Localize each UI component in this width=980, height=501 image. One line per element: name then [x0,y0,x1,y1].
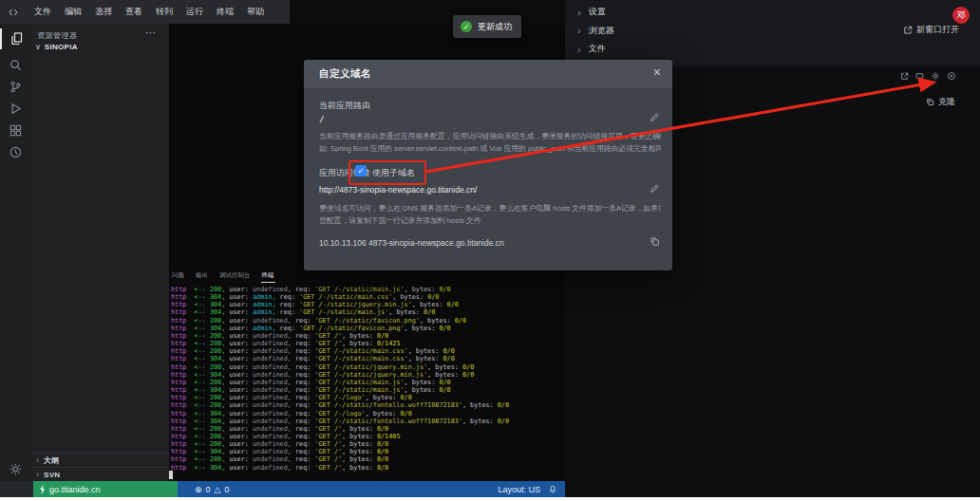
close-circle-icon[interactable] [947,71,956,81]
text: , bytes: [405,386,440,394]
chevron-down-icon: ∨ [35,43,41,51]
sidebar-section-label: 大纲 [44,455,60,466]
text: , bytes: [342,440,377,448]
panel-tab-终端[interactable]: 终端 [261,269,275,283]
menu-items: 文件编辑选择查看转到运行终端帮助 [31,4,267,20]
open-external-icon[interactable] [900,72,909,81]
text: user: [225,340,253,347]
panel-tab-问题[interactable]: 问题 [171,269,185,283]
text: admin, [253,308,276,316]
edit-url-icon[interactable] [650,183,660,194]
text: 0/0 [439,286,450,293]
text: http [171,433,186,440]
right-section-浏览器[interactable]: ›浏览器 [565,22,850,41]
text: http [171,363,186,371]
timer-icon[interactable] [0,141,31,162]
text: 'GET /' [314,332,342,340]
text: http [171,332,186,340]
text: http [171,401,186,409]
copy-record-icon[interactable] [650,236,660,247]
explorer-icon[interactable] [0,28,31,49]
log-line: http <-- 200, user: undefined, req: 'GET… [171,286,509,293]
text: 0/0 [447,301,459,308]
remote-indicator[interactable]: go.titanide.cn [33,481,178,497]
sidebar-section-SVN[interactable]: ›SVN [31,467,169,481]
text: , bytes: [342,464,377,472]
problems-indicator[interactable]: ⊗ 0 △ 0 [195,485,230,494]
text: 0/0 [377,448,388,455]
menu-item-选择[interactable]: 选择 [92,4,115,20]
source-control-icon[interactable] [0,76,31,97]
settings-gear-icon[interactable] [931,71,940,81]
log-line: http <-- 200, user: undefined, req: 'GET… [171,425,509,433]
text: <-- 200, [186,286,225,293]
menu-item-编辑[interactable]: 编辑 [62,4,85,20]
log-line: http <-- 304, user: undefined, req: 'GET… [171,448,509,455]
run-debug-icon[interactable] [0,98,31,119]
log-line: http <-- 304, user: undefined, req: 'GET… [171,464,509,472]
route-desc-line1: 当前应用服务路由是通过应用服务配置，应用访问链接由系统生成，要使服务的访问链接可… [319,130,661,142]
right-section-文件[interactable]: ›文件 [565,40,850,59]
panel-tab-输出[interactable]: 输出 [195,269,209,283]
menu-item-运行[interactable]: 运行 [183,4,206,20]
menu-item-终端[interactable]: 终端 [214,4,236,20]
open-new-window-label: 新窗口打开 [916,24,959,36]
edit-route-icon[interactable] [650,112,660,122]
menu-item-查看[interactable]: 查看 [122,4,145,20]
lightning-icon [39,485,47,494]
text: 0/0 [439,386,450,394]
text: , bytes: [388,308,424,316]
clone-button[interactable]: 克隆 [926,96,955,108]
search-icon[interactable] [0,54,31,75]
text: 0/0 [377,464,388,472]
text: user: [225,293,253,301]
text: , bytes: [405,379,440,386]
preview-device-icon[interactable] [915,72,924,81]
text: <-- 304, [186,301,225,308]
text: user: [225,371,253,379]
close-icon[interactable]: × [653,65,661,80]
panel-tab-调试控制台[interactable]: 调试控制台 [218,269,252,283]
text: req: [292,394,315,401]
log-line: http <-- 304, user: admin, req: 'GET /-/… [171,301,509,308]
root-folder-row[interactable]: ∨ SINOPIA [35,43,78,51]
log-line: http <-- 304, user: undefined, req: 'GET… [171,410,509,418]
text: 'GET /-/logo' [314,410,365,418]
log-line: http <-- 304, user: admin, req: 'GET /-/… [171,325,509,332]
new-window-icon [903,26,913,35]
app-logo-icon [7,7,26,18]
avatar[interactable]: 邓 [952,7,970,24]
sidebar-section-label: SVN [44,471,60,479]
text: <-- 304, [186,418,225,425]
text: 'GET /-/static/fontello.woff?10872183' [314,401,462,409]
explorer-title: 资源管理器 [37,30,78,41]
text: user: [225,308,253,316]
more-actions-icon[interactable]: ⋯ [145,27,156,39]
sidebar-bottom-sections: ›大纲›SVN [31,453,169,481]
extensions-icon[interactable] [0,120,31,140]
text: req: [292,433,315,440]
menu-item-文件[interactable]: 文件 [31,4,54,20]
clone-icon [926,98,934,106]
text: user: [225,401,253,409]
status-bar-main: ⊗ 0 △ 0 Layout: US [178,481,565,497]
text: 0/0 [377,455,388,463]
menu-item-帮助[interactable]: 帮助 [244,4,267,20]
text: 'GET /' [314,433,342,440]
keyboard-layout-label[interactable]: Layout: US [498,485,540,494]
text: 'GET /-/static/jquery.min.js' [299,301,412,308]
sidebar-section-大纲[interactable]: ›大纲 [31,453,169,467]
open-new-window-button[interactable]: 新窗口打开 [903,24,959,36]
toast-message: 更新成功 [478,21,512,33]
text: , bytes: [427,363,462,371]
right-section-设置[interactable]: ›设置 [565,3,850,22]
bell-icon[interactable] [548,485,557,494]
text: user: [225,355,253,362]
manage-gear-icon[interactable] [0,458,31,479]
warnings-count: 0 [224,485,229,494]
text: <-- 200, [186,433,225,440]
text: req: [276,308,300,316]
log-line: http <-- 304, user: undefined, req: 'GET… [171,355,509,362]
menu-item-转到[interactable]: 转到 [153,4,176,20]
text: user: [225,363,253,371]
